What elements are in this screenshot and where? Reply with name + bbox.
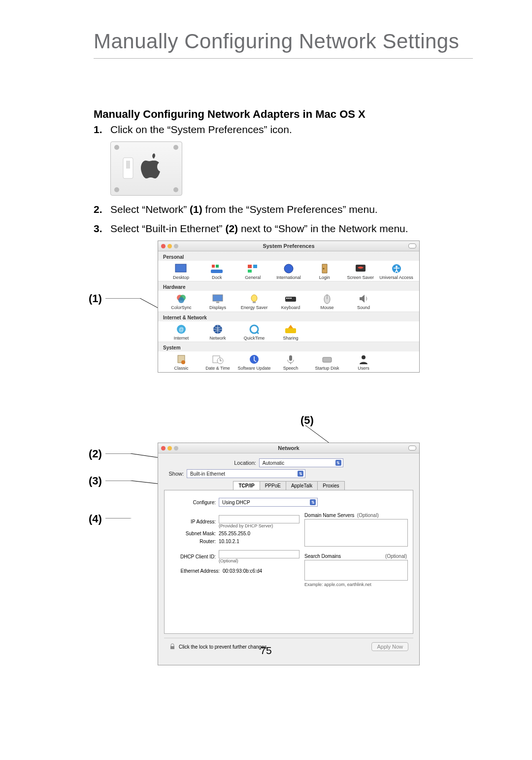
titlebar: Network (158, 443, 419, 453)
window-title: Network (158, 445, 419, 451)
pref-software-update[interactable]: Software Update (236, 352, 272, 371)
tab-appletalk[interactable]: AppleTalk (286, 481, 318, 490)
show-select[interactable]: Built-in Ethernet ⇅ (187, 469, 305, 478)
step-2: 2. Select “Network” (1) from the “System… (94, 203, 473, 216)
date-time-icon (211, 353, 225, 365)
pref-colorsync[interactable]: ColorSync (163, 292, 200, 310)
step-number: 2. (94, 203, 110, 216)
configure-select[interactable]: Using DHCP ⇅ (219, 498, 318, 507)
tab-bar: TCP/IP PPPoE AppleTalk Proxies (164, 481, 413, 490)
pref-users[interactable]: Users (345, 352, 382, 371)
pref-internet[interactable]: @Internet (163, 322, 200, 341)
tab-panel-tcpip: Configure: Using DHCP ⇅ IP Address: (164, 490, 413, 634)
software-update-icon (247, 353, 261, 365)
colorsync-icon (174, 293, 188, 305)
configure-value: Using DHCP (222, 500, 250, 505)
svg-rect-7 (253, 265, 257, 268)
svg-rect-18 (216, 302, 219, 303)
toolbar-toggle-icon[interactable] (408, 446, 416, 450)
pref-quicktime[interactable]: QuickTime (236, 322, 272, 341)
svg-point-10 (323, 268, 324, 270)
dns-input[interactable] (304, 519, 408, 547)
dropdown-arrow-icon: ⇅ (310, 499, 316, 505)
pref-classic[interactable]: Classic (163, 352, 200, 371)
pref-energy-saver[interactable]: Energy Saver (236, 292, 272, 310)
pref-universal-access[interactable]: Universal Access (378, 262, 414, 280)
pref-general[interactable]: General (235, 262, 271, 280)
group-personal: Desktop Dock General International Login… (158, 261, 419, 281)
tab-proxies[interactable]: Proxies (317, 481, 344, 490)
pref-keyboard[interactable]: Keyboard (272, 292, 309, 310)
document-page: Manually Configuring Network Settings Ma… (0, 0, 532, 760)
svg-rect-3 (211, 270, 223, 273)
startup-disk-icon (320, 353, 334, 365)
eth-value: 00:03:93:0b:c6:d4 (223, 568, 296, 574)
pref-displays[interactable]: Displays (200, 292, 236, 310)
network-body: Location: Automatic ⇅ Show: Built-in Eth… (158, 453, 419, 655)
page-number: 75 (0, 645, 532, 656)
subnet-label: Subnet Mask: (170, 531, 219, 536)
callout-2: (2) (89, 448, 102, 460)
pref-speech[interactable]: Speech (272, 352, 309, 371)
dhcp-id-note: (Optional) (219, 558, 296, 563)
step-list-2: 2. Select “Network” (1) from the “System… (94, 203, 473, 236)
svg-rect-21 (285, 297, 296, 302)
section-heading: Manually Configuring Network Adapters in… (94, 108, 473, 121)
quicktime-icon (247, 323, 261, 335)
general-icon (246, 263, 260, 275)
pref-login[interactable]: Login (306, 262, 342, 280)
system-preferences-icon-frame (110, 141, 182, 196)
speech-icon (284, 353, 298, 365)
svg-rect-1 (126, 161, 130, 169)
sharing-icon (284, 323, 298, 335)
network-icon (211, 323, 225, 335)
toolbar-toggle-icon[interactable] (408, 243, 416, 248)
pref-startup-disk[interactable]: Startup Disk (309, 352, 345, 371)
pref-mouse[interactable]: Mouse (309, 292, 345, 310)
page-title: Manually Configuring Network Settings (94, 30, 473, 59)
subnet-value: 255.255.255.0 (219, 531, 296, 536)
callout-1: (1) (89, 292, 102, 305)
pref-screensaver[interactable]: Screen Saver (342, 262, 378, 280)
group-internet: @Internet Network QuickTime Sharing (158, 321, 419, 342)
energy-saver-icon (247, 293, 261, 305)
system-preferences-window: System Preferences Personal Desktop Dock… (158, 241, 420, 373)
search-input[interactable] (304, 560, 408, 581)
window-title: System Preferences (158, 243, 419, 249)
location-value: Automatic (263, 460, 284, 466)
internet-icon: @ (174, 323, 188, 335)
network-window: Network Location: Automatic ⇅ Show: Buil… (158, 443, 420, 665)
svg-point-16 (178, 297, 184, 303)
svg-rect-2 (175, 264, 186, 272)
pref-desktop[interactable]: Desktop (163, 262, 199, 280)
group-hardware: ColorSync Displays Energy Saver Keyboard… (158, 291, 419, 311)
svg-rect-23 (288, 298, 290, 299)
dropdown-arrow-icon: ⇅ (335, 460, 341, 466)
svg-text:@: @ (179, 327, 184, 332)
pref-dock[interactable]: Dock (199, 262, 235, 280)
tab-pppoe[interactable]: PPPoE (260, 481, 286, 490)
step-list: 1. Click on the “System Preferences” ico… (94, 123, 473, 137)
svg-rect-20 (253, 302, 256, 303)
step-1: 1. Click on the “System Preferences” ico… (94, 123, 473, 137)
ip-value (219, 515, 299, 523)
svg-rect-22 (286, 298, 288, 299)
displays-icon (211, 293, 225, 305)
desktop-icon (174, 263, 188, 275)
screensaver-icon (354, 263, 367, 275)
svg-rect-4 (212, 265, 215, 268)
pref-network[interactable]: Network (200, 322, 236, 341)
search-head: Search Domains(Optional) (304, 553, 407, 559)
pref-sharing[interactable]: Sharing (272, 322, 309, 341)
callout-3: (3) (89, 475, 102, 487)
step-number: 1. (94, 123, 110, 137)
svg-rect-31 (285, 328, 296, 333)
dhcp-id-input[interactable] (219, 550, 299, 558)
pref-international[interactable]: International (271, 262, 307, 280)
tcpip-right-column: Domain Name Servers (Optional) Search Do… (304, 513, 407, 587)
location-select[interactable]: Automatic ⇅ (259, 458, 343, 467)
pref-sound[interactable]: Sound (345, 292, 382, 310)
apple-logo-icon (119, 147, 173, 190)
pref-date-time[interactable]: Date & Time (200, 352, 236, 371)
tab-tcpip[interactable]: TCP/IP (233, 481, 260, 490)
